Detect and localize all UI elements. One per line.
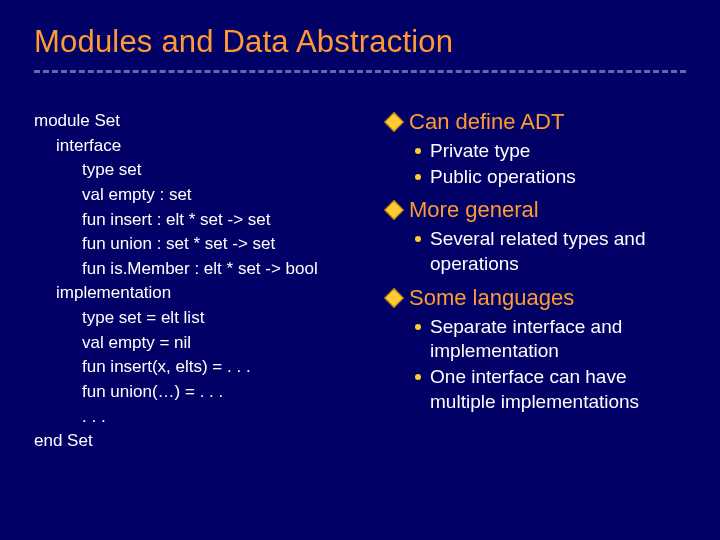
diamond-icon <box>384 200 404 220</box>
code-line: type set = elt list <box>34 306 373 331</box>
dot-icon <box>415 374 421 380</box>
code-line: type set <box>34 158 373 183</box>
dot-icon <box>415 148 421 154</box>
subbullet: Private type <box>415 139 686 164</box>
slide-title: Modules and Data Abstraction <box>34 24 686 60</box>
subbullet-text: Public operations <box>430 165 686 190</box>
code-line: val empty = nil <box>34 331 373 356</box>
code-line: module Set <box>34 109 373 134</box>
code-line: interface <box>34 134 373 159</box>
code-line: fun insert : elt * set -> set <box>34 208 373 233</box>
code-line: implementation <box>34 281 373 306</box>
bullet-heading-text: Can define ADT <box>409 109 564 135</box>
subbullet-text: Private type <box>430 139 686 164</box>
code-line: fun union : set * set -> set <box>34 232 373 257</box>
subbullet-list: Private type Public operations <box>387 139 686 189</box>
subbullet-list: Separate interface and implementation On… <box>387 315 686 415</box>
bullet-group: Can define ADT Private type Public opera… <box>387 109 686 189</box>
diamond-icon <box>384 288 404 308</box>
code-line: end Set <box>34 429 373 454</box>
bullet-group: More general Several related types and o… <box>387 197 686 276</box>
code-line: fun insert(x, elts) = . . . <box>34 355 373 380</box>
bullet-heading-text: More general <box>409 197 539 223</box>
bullet-heading: Some languages <box>387 285 686 311</box>
subbullet-list: Several related types and operations <box>387 227 686 276</box>
dot-icon <box>415 324 421 330</box>
code-block: module Set interface type set val empty … <box>34 109 373 454</box>
bullet-group: Some languages Separate interface and im… <box>387 285 686 415</box>
divider <box>34 70 686 73</box>
code-line: fun is.Member : elt * set -> bool <box>34 257 373 282</box>
dot-icon <box>415 236 421 242</box>
code-line: . . . <box>34 405 373 430</box>
code-line: val empty : set <box>34 183 373 208</box>
bullet-heading: Can define ADT <box>387 109 686 135</box>
subbullet: One interface can have multiple implemen… <box>415 365 686 414</box>
subbullet: Separate interface and implementation <box>415 315 686 364</box>
code-line: fun union(…) = . . . <box>34 380 373 405</box>
subbullet-text: Separate interface and implementation <box>430 315 686 364</box>
content-columns: module Set interface type set val empty … <box>34 91 686 454</box>
dot-icon <box>415 174 421 180</box>
subbullet: Several related types and operations <box>415 227 686 276</box>
bullets-column: Can define ADT Private type Public opera… <box>387 109 686 423</box>
subbullet-text: Several related types and operations <box>430 227 686 276</box>
subbullet-text: One interface can have multiple implemen… <box>430 365 686 414</box>
bullet-heading-text: Some languages <box>409 285 574 311</box>
diamond-icon <box>384 112 404 132</box>
bullet-heading: More general <box>387 197 686 223</box>
subbullet: Public operations <box>415 165 686 190</box>
